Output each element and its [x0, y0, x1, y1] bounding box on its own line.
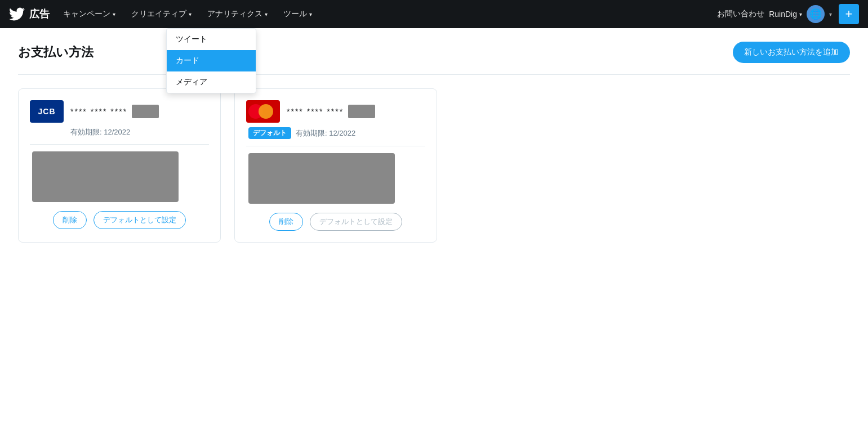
- nav-user[interactable]: RuinDig ▾: [769, 10, 802, 19]
- dropdown-item-media[interactable]: メディア: [167, 71, 256, 93]
- jcb-card-actions: 削除 デフォルトとして設定: [30, 211, 209, 229]
- nav-right: お問い合わせ RuinDig ▾ 🌐 ▾ +: [717, 4, 859, 24]
- mastercard-number-row: **** **** ****: [287, 105, 425, 118]
- nav-contact[interactable]: お問い合わせ: [717, 9, 764, 19]
- nav-tools-chevron: ▾: [309, 11, 312, 17]
- dropdown-item-tweet[interactable]: ツイート: [167, 29, 256, 50]
- default-badge: デフォルト: [248, 127, 291, 139]
- mastercard-expiry: 有効期限: 12/2022: [296, 128, 355, 138]
- nav-campaign-chevron: ▾: [113, 11, 115, 17]
- jcb-logo: JCB: [30, 100, 64, 123]
- payment-card-jcb: JCB **** **** **** 有効期限: 12/2022 削除 デフォル…: [18, 88, 221, 243]
- header-divider: [18, 74, 850, 75]
- page-header: お支払い方法 新しいお支払い方法を追加: [18, 42, 850, 63]
- nav-avatar[interactable]: 🌐: [807, 5, 825, 23]
- jcb-card-divider: [30, 144, 209, 145]
- nav-campaign[interactable]: キャンペーン ▾: [56, 0, 122, 28]
- navbar: 広告 キャンペーン ▾ クリエイティブ ▾ アナリティクス ▾ ツール ▾ お問…: [0, 0, 868, 28]
- jcb-card-last4: [132, 105, 159, 118]
- nav-avatar-chevron: ▾: [829, 11, 832, 17]
- nav-analytics-chevron: ▾: [265, 11, 268, 17]
- dropdown-item-card[interactable]: カード: [167, 50, 256, 71]
- card-top-mastercard: **** **** ****: [246, 100, 425, 123]
- nav-analytics[interactable]: アナリティクス ▾: [201, 0, 274, 28]
- nav-brand-label: 広告: [29, 7, 50, 21]
- nav-tools[interactable]: ツール ▾: [277, 0, 319, 28]
- nav-creative-chevron: ▾: [189, 11, 192, 17]
- mastercard-delete-button[interactable]: 削除: [269, 213, 303, 231]
- jcb-expiry: 有効期限: 12/2022: [70, 127, 209, 137]
- mastercard-card-actions: 削除 デフォルトとして設定: [246, 213, 425, 231]
- jcb-card-number-area: **** **** ****: [70, 105, 209, 118]
- cards-container: JCB **** **** **** 有効期限: 12/2022 削除 デフォル…: [18, 88, 850, 243]
- nav-logo[interactable]: 広告: [9, 6, 50, 22]
- mastercard-card-last4: [348, 105, 375, 118]
- mastercard-card-number-dots: **** **** ****: [287, 107, 344, 116]
- mastercard-card-divider: [246, 146, 425, 146]
- mastercard-set-default-button[interactable]: デフォルトとして設定: [310, 213, 402, 231]
- payment-card-mastercard: **** **** **** デフォルト 有効期限: 12/2022 削除 デフ…: [234, 88, 437, 243]
- creative-dropdown: ツイート カード メディア: [166, 28, 256, 93]
- mastercard-card-image: [248, 153, 395, 204]
- page-title: お支払い方法: [18, 44, 94, 61]
- jcb-delete-button[interactable]: 削除: [53, 211, 87, 229]
- jcb-card-number-dots: **** **** ****: [70, 107, 127, 116]
- nav-creative[interactable]: クリエイティブ ▾: [124, 0, 198, 28]
- jcb-set-default-button[interactable]: デフォルトとして設定: [94, 211, 186, 229]
- nav-add-button[interactable]: +: [839, 4, 859, 24]
- mastercard-status-row: デフォルト 有効期限: 12/2022: [248, 127, 425, 139]
- mastercard-logo: [246, 100, 280, 123]
- jcb-card-image: [32, 151, 179, 202]
- main-content: お支払い方法 新しいお支払い方法を追加 JCB **** **** **** 有…: [0, 28, 868, 439]
- card-top-jcb: JCB **** **** ****: [30, 100, 209, 123]
- nav-user-chevron: ▾: [799, 11, 802, 17]
- add-payment-button[interactable]: 新しいお支払い方法を追加: [733, 42, 850, 63]
